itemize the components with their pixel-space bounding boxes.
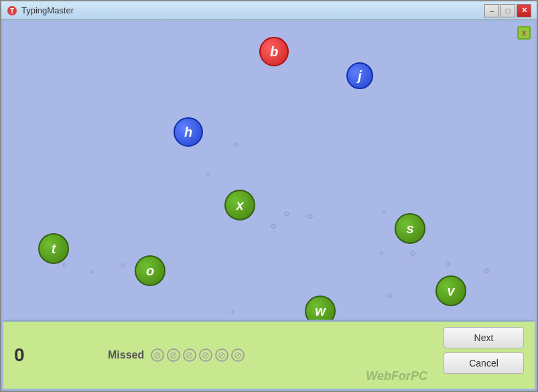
title-bar-left: T TypingMaster xyxy=(7,5,74,16)
window-title: TypingMaster xyxy=(21,5,74,15)
minimize-button[interactable]: – xyxy=(484,4,499,17)
game-close-button[interactable]: x xyxy=(517,26,531,40)
bottom-panel: 0 Missed ⊘ ⊘ ⊘ ⊘ ⊘ ⊘ WebForPC Next Cance… xyxy=(3,322,535,389)
title-bar: T TypingMaster – □ ✕ xyxy=(1,1,537,20)
dot-1 xyxy=(234,143,239,147)
missed-section: Missed ⊘ ⊘ ⊘ ⊘ ⊘ ⊘ xyxy=(108,348,245,362)
missed-6: ⊘ xyxy=(231,348,245,362)
dot-15 xyxy=(284,211,289,216)
dot-16 xyxy=(382,210,385,213)
next-button[interactable]: Next xyxy=(444,327,524,348)
dot-8 xyxy=(308,214,313,219)
dot-2 xyxy=(121,263,125,267)
missed-indicators: ⊘ ⊘ ⊘ ⊘ ⊘ ⊘ xyxy=(151,348,245,362)
bubble-w[interactable]: w xyxy=(305,296,336,322)
app-icon: T xyxy=(7,5,17,16)
bubble-x[interactable]: x xyxy=(224,190,255,220)
maximize-button[interactable]: □ xyxy=(500,4,515,17)
dot-12 xyxy=(410,251,415,256)
score-display: 0 xyxy=(14,344,41,366)
bubble-t[interactable]: t xyxy=(38,233,69,264)
main-content: x b j h x xyxy=(1,20,537,391)
dot-13 xyxy=(380,251,383,255)
dot-6 xyxy=(63,263,66,267)
dot-7 xyxy=(271,224,276,229)
dot-5 xyxy=(484,268,489,273)
missed-2: ⊘ xyxy=(167,348,180,362)
close-button[interactable]: ✕ xyxy=(517,4,531,17)
cancel-button[interactable]: Cancel xyxy=(444,352,524,374)
window-controls: – □ ✕ xyxy=(484,4,531,17)
bubble-j[interactable]: j xyxy=(346,62,373,89)
game-area: x b j h x xyxy=(3,22,535,322)
watermark: WebForPC xyxy=(366,369,427,383)
bubble-o[interactable]: o xyxy=(135,255,165,286)
missed-5: ⊘ xyxy=(215,348,228,362)
action-buttons: Next Cancel xyxy=(444,327,524,374)
dot-4 xyxy=(445,261,450,267)
dot-14 xyxy=(206,173,210,176)
svg-text:T: T xyxy=(10,7,14,15)
missed-3: ⊘ xyxy=(183,348,196,362)
dot-11 xyxy=(387,293,393,298)
missed-1: ⊘ xyxy=(151,348,164,362)
app-window: T TypingMaster – □ ✕ x xyxy=(0,0,538,392)
bubble-s[interactable]: s xyxy=(395,213,425,244)
missed-4: ⊘ xyxy=(199,348,212,362)
missed-label: Missed xyxy=(108,349,144,361)
bubble-h[interactable]: h xyxy=(174,117,203,147)
dot-3 xyxy=(90,270,94,273)
bubble-b[interactable]: b xyxy=(259,37,289,66)
bubble-v[interactable]: v xyxy=(435,275,466,306)
dot-10 xyxy=(231,310,234,314)
